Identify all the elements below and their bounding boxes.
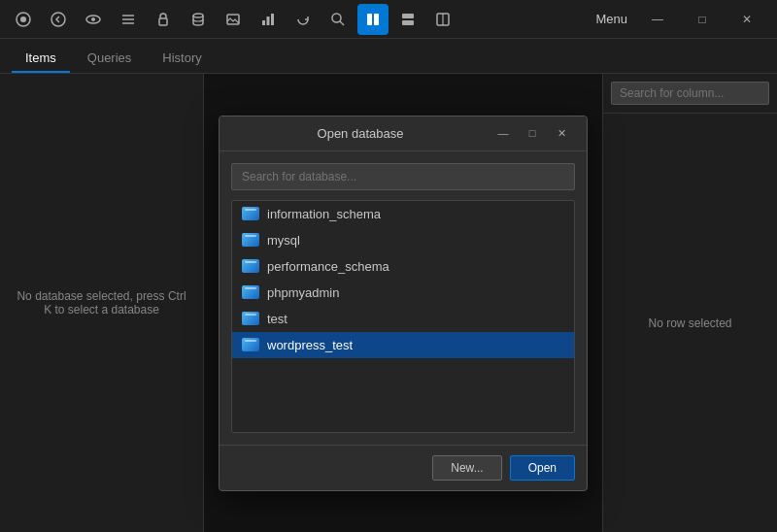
center-area: Open database — □ ✕	[204, 74, 602, 532]
db-name-information-schema: information_schema	[267, 207, 381, 221]
svg-rect-13	[271, 14, 274, 25]
dialog-controls: — □ ✕	[490, 121, 575, 145]
db-name-mysql: mysql	[267, 233, 300, 248]
db-folder-icon	[242, 207, 259, 220]
db-item-wordpress-test[interactable]: wordpress_test	[232, 332, 574, 358]
menu-area: Menu — □ ✕	[595, 4, 769, 35]
maximize-button[interactable]: □	[680, 4, 725, 35]
dialog-title: Open database	[231, 126, 490, 141]
database-search-input[interactable]	[231, 163, 575, 190]
svg-rect-17	[374, 14, 379, 25]
title-bar-icons	[8, 4, 458, 35]
db-folder-icon	[242, 259, 259, 273]
database-list: information_schema mysql performance_sch…	[231, 200, 575, 433]
title-bar: Menu — □ ✕	[0, 0, 777, 39]
svg-rect-19	[402, 20, 414, 25]
layout3-icon[interactable]	[427, 4, 458, 35]
dialog-titlebar: Open database — □ ✕	[220, 116, 587, 151]
dialog-body: information_schema mysql performance_sch…	[220, 151, 587, 445]
svg-line-15	[340, 21, 344, 25]
no-row-message: No row selected	[603, 114, 777, 532]
svg-rect-11	[262, 20, 265, 25]
image-icon[interactable]	[218, 4, 249, 35]
svg-point-2	[51, 13, 65, 26]
chart-icon[interactable]	[253, 4, 284, 35]
app-icon[interactable]	[8, 4, 39, 35]
search-icon[interactable]	[322, 4, 354, 35]
modal-overlay: Open database — □ ✕	[204, 74, 602, 532]
refresh-icon[interactable]	[287, 4, 319, 35]
db-name-performance-schema: performance_schema	[267, 259, 389, 274]
svg-rect-8	[159, 18, 167, 25]
db-folder-icon	[242, 285, 259, 299]
db-item-information-schema[interactable]: information_schema	[232, 201, 574, 227]
window-controls: — □ ✕	[635, 4, 769, 35]
svg-point-14	[332, 14, 341, 22]
dialog-footer: New... Open	[220, 445, 587, 490]
svg-rect-16	[367, 14, 372, 25]
close-button[interactable]: ✕	[725, 4, 769, 35]
tab-items[interactable]: Items	[12, 45, 70, 73]
lock-icon[interactable]	[148, 4, 179, 35]
svg-point-4	[91, 17, 95, 21]
layout2-icon[interactable]	[392, 4, 423, 35]
back-icon[interactable]	[43, 4, 74, 35]
tab-queries[interactable]: Queries	[74, 45, 146, 73]
db-name-wordpress-test: wordpress_test	[267, 338, 353, 352]
tab-bar: Items Queries History	[0, 39, 777, 74]
db-item-performance-schema[interactable]: performance_schema	[232, 253, 574, 280]
list-icon[interactable]	[113, 4, 144, 35]
db-folder-icon	[242, 312, 259, 325]
search-container	[231, 163, 575, 190]
new-button[interactable]: New...	[432, 455, 501, 481]
db-item-test[interactable]: test	[232, 306, 574, 332]
open-database-dialog: Open database — □ ✕	[219, 116, 588, 491]
minimize-button[interactable]: —	[635, 4, 680, 35]
view-icon[interactable]	[78, 4, 109, 35]
svg-rect-18	[402, 14, 414, 18]
column-search-container	[603, 74, 777, 114]
main-content: No database selected, press Ctrl K to se…	[0, 74, 777, 532]
db-name-phpmyadmin: phpmyadmin	[267, 285, 339, 300]
svg-point-9	[193, 14, 203, 17]
menu-label[interactable]: Menu	[595, 12, 627, 26]
svg-point-1	[20, 17, 26, 22]
layout1-icon[interactable]	[357, 4, 388, 35]
dialog-close-button[interactable]: ✕	[548, 121, 575, 145]
tab-history[interactable]: History	[149, 45, 215, 73]
db-icon[interactable]	[183, 4, 214, 35]
column-search-input[interactable]	[611, 82, 769, 105]
app-window: Menu — □ ✕ Items Queries History No data…	[0, 0, 777, 532]
left-panel: No database selected, press Ctrl K to se…	[0, 74, 204, 532]
db-folder-icon	[242, 338, 259, 351]
right-panel: No row selected	[602, 74, 777, 532]
db-folder-icon	[242, 233, 259, 247]
svg-rect-12	[267, 17, 270, 25]
no-database-message: No database selected, press Ctrl K to se…	[0, 274, 203, 332]
dialog-maximize-button[interactable]: □	[519, 121, 546, 145]
db-item-phpmyadmin[interactable]: phpmyadmin	[232, 280, 574, 306]
db-name-test: test	[267, 312, 287, 326]
dialog-minimize-button[interactable]: —	[490, 121, 517, 145]
open-button[interactable]: Open	[510, 455, 575, 481]
db-item-mysql[interactable]: mysql	[232, 227, 574, 253]
